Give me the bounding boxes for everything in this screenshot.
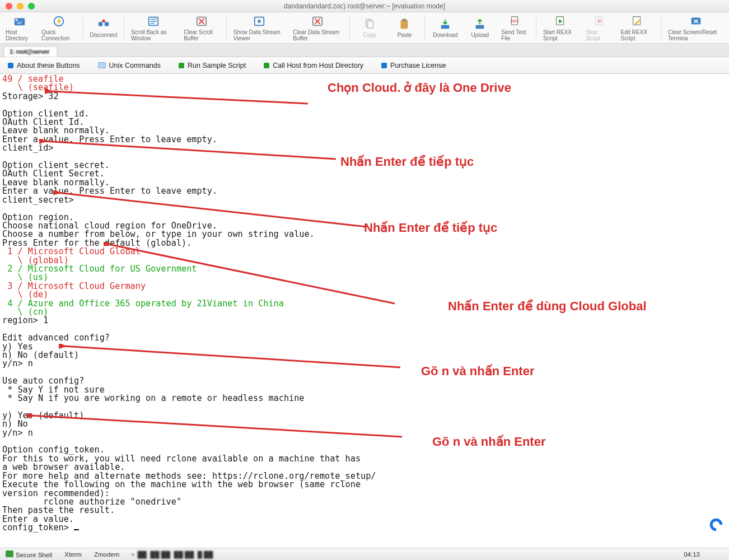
annotation-label: Gõ n và nhấn Enter xyxy=(432,435,545,449)
session-tab[interactable]: 1: root@server xyxy=(3,46,58,57)
eye-icon xyxy=(251,15,267,28)
svg-rect-14 xyxy=(401,20,408,29)
tab-strip: 1: root@server xyxy=(0,44,729,57)
toolbar-label: Show Data Stream Viewer xyxy=(233,29,285,41)
svg-rect-15 xyxy=(403,19,406,21)
toolbar-label: Stop Script xyxy=(586,29,613,41)
toolbar: AZ Host Directory Quick Connection Disco… xyxy=(0,12,729,44)
upload-button[interactable]: Upload xyxy=(463,16,497,39)
svg-rect-5 xyxy=(105,22,109,26)
svg-rect-22 xyxy=(597,19,601,22)
square-icon xyxy=(264,63,269,68)
unix-commands-item[interactable]: Unix Commands xyxy=(98,62,161,69)
minimize-icon[interactable] xyxy=(17,3,24,10)
stop-script-button: Stop Script xyxy=(583,13,616,43)
window-title: dandandandard.zoc) root@server:~ [evalua… xyxy=(0,2,729,10)
toolbar-label: Quick Connection xyxy=(41,29,76,41)
status-zmodem: Zmodem xyxy=(94,551,119,558)
start-rexx-button[interactable]: Start REXX Script xyxy=(540,13,582,43)
edit-icon xyxy=(629,15,645,28)
toolbar-label: Clear Scroll Buffer xyxy=(184,29,219,41)
annotation-label: Gõ n và nhấn Enter xyxy=(421,364,534,379)
download-button[interactable]: Download xyxy=(428,16,462,39)
svg-point-10 xyxy=(258,20,261,23)
clear2-icon xyxy=(310,15,325,28)
svg-rect-17 xyxy=(476,25,484,29)
toolbar-label: Scroll Back as Window xyxy=(131,29,176,41)
purchase-item[interactable]: Purchase License xyxy=(381,62,446,69)
clear-icon xyxy=(194,15,209,28)
quick-connection-button[interactable]: Quick Connection xyxy=(38,13,80,43)
reset-icon xyxy=(688,15,704,28)
status-time: 04:13 xyxy=(684,551,700,558)
svg-point-6 xyxy=(102,20,105,23)
status-hidden: • ██ ██ ██ ██ ██ █ ██ xyxy=(132,551,213,558)
corner-logo-icon xyxy=(708,516,725,533)
annotation-label: Nhấn Enter để dùng Cloud Global xyxy=(448,299,647,314)
toolbar-label: Download xyxy=(433,32,457,38)
square-icon xyxy=(381,63,387,68)
toolbar-label: Clear Screen/Reset Termina xyxy=(668,29,723,41)
square-icon xyxy=(179,63,184,68)
toolbar-label: Start REXX Script xyxy=(543,29,578,41)
scroll-icon xyxy=(146,15,161,28)
host-directory-button[interactable]: AZ Host Directory xyxy=(2,13,37,43)
folder-icon xyxy=(98,62,106,68)
upload-icon xyxy=(472,17,488,31)
toolbar-label: Edit REXX Script xyxy=(621,29,655,41)
stop-icon xyxy=(592,15,608,28)
status-xterm: Xterm xyxy=(64,551,82,558)
svg-rect-4 xyxy=(99,22,102,26)
toolbar-label: Copy xyxy=(363,32,376,38)
status-bar: Secure Shell Xterm Zmodem • ██ ██ ██ ██ … xyxy=(0,548,729,560)
disconnect-icon xyxy=(96,17,111,31)
svg-rect-16 xyxy=(441,25,450,29)
tab-label: 1: root@server xyxy=(10,48,49,55)
button-bar: About these Buttons Unix Commands Run Sa… xyxy=(0,57,729,74)
zoom-icon[interactable] xyxy=(28,3,35,10)
window-titlebar: dandandandard.zoc) root@server:~ [evalua… xyxy=(0,0,729,12)
toolbar-label: Host Directory xyxy=(6,29,34,41)
annotation-label: Chọn Cloud. ở đây là One Drive xyxy=(328,81,511,95)
terminal-area[interactable]: 49 / seafile \ (seafile) Storage> 32 Opt… xyxy=(0,74,729,548)
toolbar-label: Paste xyxy=(398,32,412,38)
edit-rexx-button[interactable]: Edit REXX Script xyxy=(618,13,658,43)
toolbar-label: Send Text File xyxy=(501,29,529,41)
status-icon xyxy=(6,550,13,557)
square-icon xyxy=(8,63,13,68)
svg-text:AZ: AZ xyxy=(17,20,22,25)
paste-icon xyxy=(396,17,412,31)
about-buttons-item[interactable]: About these Buttons xyxy=(8,62,80,69)
toolbar-label: Upload xyxy=(471,32,489,38)
close-icon[interactable] xyxy=(6,3,12,10)
annotation-label: Nhấn Enter để tiếp tục xyxy=(364,221,497,235)
annotation-label: Nhấn Enter để tiếp tục xyxy=(340,155,474,169)
folder-az-icon: AZ xyxy=(12,15,27,28)
cursor-icon xyxy=(74,529,79,530)
svg-text:ABC: ABC xyxy=(511,18,520,23)
toolbar-label: Disconnect xyxy=(90,32,117,38)
paste-button[interactable]: Paste xyxy=(387,16,421,39)
copy-button: Copy xyxy=(353,16,386,39)
copy-icon xyxy=(362,17,377,31)
bolt-icon xyxy=(51,15,67,28)
status-secure-shell: Secure Shell xyxy=(6,550,52,558)
play-icon xyxy=(553,15,568,28)
show-data-stream-button[interactable]: Show Data Stream Viewer xyxy=(230,13,288,43)
clear-screen-button[interactable]: Clear Screen/Reset Termina xyxy=(665,13,727,43)
svg-rect-13 xyxy=(368,21,373,29)
clear-data-stream-button[interactable]: Clear Data Stream Buffer xyxy=(289,13,345,43)
disconnect-button[interactable]: Disconnect xyxy=(87,16,120,39)
call-host-item[interactable]: Call Host from Host Directory xyxy=(264,62,363,69)
scroll-back-button[interactable]: Scroll Back as Window xyxy=(128,13,179,43)
send-text-file-button[interactable]: ABC Send Text File xyxy=(498,13,532,43)
run-sample-item[interactable]: Run Sample Script xyxy=(179,62,246,69)
clear-scroll-button[interactable]: Clear Scroll Buffer xyxy=(180,13,223,43)
toolbar-label: Clear Data Stream Buffer xyxy=(293,29,342,41)
traffic-lights xyxy=(0,3,35,10)
send-icon: ABC xyxy=(507,15,523,28)
download-icon xyxy=(437,17,453,31)
